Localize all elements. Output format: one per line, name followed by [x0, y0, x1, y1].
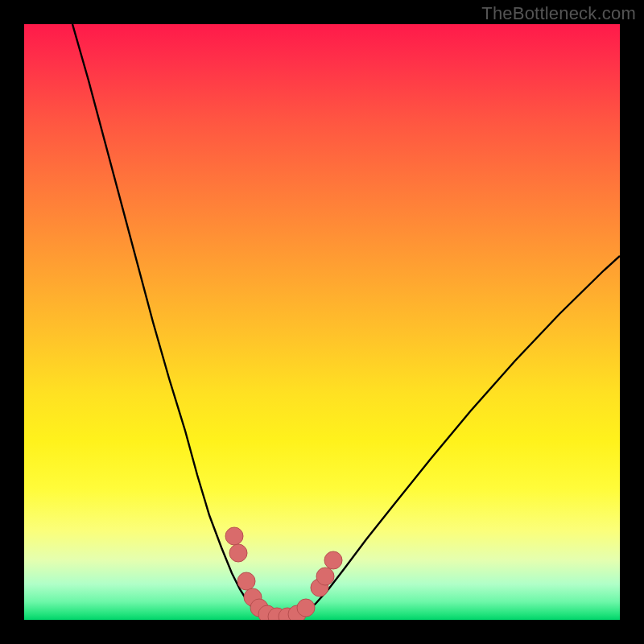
valley-markers: [225, 527, 342, 620]
valley-marker: [297, 599, 315, 617]
watermark-text: TheBottleneck.com: [481, 3, 636, 24]
plot-area: [24, 24, 620, 620]
chart-frame: TheBottleneck.com: [0, 0, 644, 644]
valley-marker: [316, 568, 334, 585]
valley-marker: [225, 527, 243, 545]
valley-marker: [324, 551, 342, 569]
bottleneck-curve: [72, 24, 620, 618]
valley-marker: [229, 544, 247, 562]
valley-marker: [237, 572, 255, 590]
curve-layer: [24, 24, 620, 620]
curve-path: [72, 24, 620, 618]
